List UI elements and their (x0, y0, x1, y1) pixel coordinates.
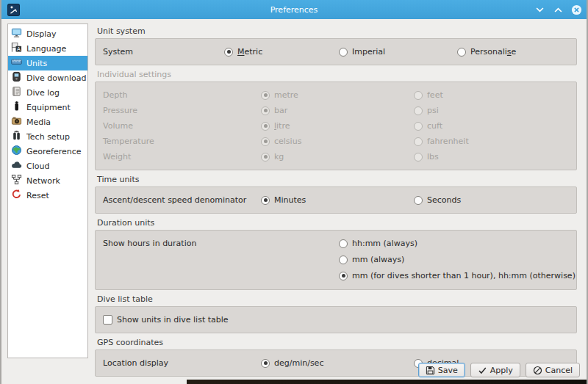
radio-imperial[interactable]: Imperial (339, 44, 385, 59)
radio-personalise[interactable]: Personalise (457, 44, 516, 59)
radio-celsius: celsius (261, 134, 301, 149)
radio-indicator (414, 122, 423, 131)
radio-selected-indicator (261, 91, 270, 100)
radio-indicator[interactable] (339, 239, 348, 248)
section-time-units: Time unitsAscent/descent speed denominat… (95, 175, 577, 214)
radio-mm-always[interactable]: mm (always) (339, 252, 404, 267)
radio-label: mm (for dives shorter than 1 hour), hh:m… (352, 271, 576, 280)
row-label-volume: Volume (103, 118, 133, 134)
radio-metre: metre (261, 87, 298, 103)
radio-indicator[interactable] (339, 256, 348, 264)
svg-text:A: A (17, 46, 21, 52)
radio-label: Imperial (352, 47, 385, 57)
twin-tanks-icon (11, 130, 22, 143)
radio-label: bar (274, 106, 287, 115)
sidebar-item-reset[interactable]: Reset (8, 188, 87, 203)
radio-indicator (414, 153, 423, 162)
section-dive-list-table: Dive list tableShow units in dive list t… (95, 294, 577, 333)
radio-label: psi (427, 106, 439, 115)
sidebar-item-tech-setup[interactable]: Tech setup (8, 129, 87, 144)
groupbox-unit-system: SystemMetricImperialPersonalise (95, 38, 577, 65)
checkbox-box[interactable] (103, 315, 112, 325)
sidebar-item-label: Network (26, 176, 60, 186)
radio-selected-indicator (261, 122, 270, 131)
radio-indicator[interactable] (414, 196, 423, 205)
save-button[interactable]: Save (418, 363, 465, 377)
button-label: Save (438, 366, 458, 375)
radio-indicator[interactable] (339, 48, 348, 57)
radio-minutes[interactable]: Minutes (261, 192, 306, 208)
radio-metric[interactable]: Metric (224, 44, 262, 59)
radio-feet: feet (414, 87, 443, 103)
sidebar-item-label: Display (26, 29, 57, 39)
radio-psi: psi (414, 103, 439, 118)
ruler-icon (11, 57, 22, 70)
checkbox-label: Show units in dive list table (117, 315, 229, 325)
radio-label: mm (always) (352, 255, 404, 264)
radio-selected-indicator (261, 153, 270, 162)
sidebar-item-display[interactable]: Display (8, 26, 87, 41)
radio-selected-indicator[interactable] (224, 48, 233, 57)
apply-button[interactable]: Apply (470, 363, 520, 377)
sidebar-item-cloud[interactable]: Cloud (8, 159, 87, 173)
radio-kg: kg (261, 149, 284, 164)
row-label-location-display: Location display (103, 355, 168, 371)
sidebar-item-label: Tech setup (26, 132, 70, 142)
settings-content: Unit systemSystemMetricImperialPersonali… (95, 25, 577, 381)
sidebar-item-equipment[interactable]: Equipment (8, 100, 87, 115)
radio-deg-min-sec[interactable]: deg/min/sec (261, 355, 323, 371)
close-button[interactable] (571, 4, 582, 15)
reset-icon (11, 189, 22, 202)
radio-selected-indicator[interactable] (339, 272, 348, 280)
groupbox-time-units: Ascent/descent speed denominatorMinutesS… (95, 186, 577, 214)
sidebar-item-label: Reset (26, 191, 49, 200)
sidebar-item-media[interactable]: Media (8, 115, 87, 129)
radio-label: cuft (427, 121, 442, 131)
radio-mm-for-dives-shorter-than-1-hour-hh-mm-otherwise[interactable]: mm (for dives shorter than 1 hour), hh:m… (339, 268, 576, 283)
dive-computer-icon (11, 71, 22, 84)
radio-fahrenheit: fahrenheit (414, 134, 469, 149)
titlebar[interactable]: Preferences (0, 0, 588, 19)
radio-cuft: cuft (414, 118, 442, 134)
dive-log-icon (11, 86, 22, 99)
display-icon (11, 27, 22, 40)
radio-indicator[interactable] (457, 48, 466, 57)
row-label-system: System (103, 44, 133, 59)
camera-icon (11, 115, 22, 128)
sidebar-item-label: Units (26, 59, 47, 68)
radio-lbs: lbs (414, 149, 439, 164)
cloud-icon (11, 159, 22, 173)
sidebar-item-dive-log[interactable]: Dive log (8, 85, 87, 100)
sidebar-item-language[interactable]: ALanguage (8, 41, 87, 56)
sidebar-item-georeference[interactable]: Georeference (8, 144, 87, 159)
sidebar-item-label: Cloud (26, 162, 49, 171)
sidebar-item-units[interactable]: Units (8, 56, 87, 70)
radio-label: Metric (237, 47, 262, 57)
radio-selected-indicator[interactable] (261, 196, 270, 205)
window-title: Preferences (0, 5, 588, 15)
cancel-button[interactable]: Cancel (526, 363, 580, 377)
sidebar-item-label: Georeference (26, 147, 82, 156)
radio-label: celsius (274, 137, 301, 146)
maximize-button[interactable] (553, 4, 564, 15)
section-title-dive-list-table: Dive list table (97, 294, 577, 304)
sidebar-item-label: Dive download (26, 73, 87, 83)
sidebar-item-network[interactable]: Network (8, 173, 87, 188)
floppy-icon (426, 366, 435, 375)
radio-indicator (414, 137, 423, 146)
groupbox-dive-list-table: Show units in dive list table (95, 306, 577, 333)
radio-hh-mm-always[interactable]: hh:mm (always) (339, 236, 417, 251)
groupbox-individual-settings: DepthmetrefeetPressurebarpsiVolumelitrec… (95, 81, 577, 170)
sidebar-item-dive-download[interactable]: Dive download (8, 70, 87, 85)
radio-label: Personalise (470, 47, 516, 57)
window-controls (534, 4, 582, 15)
radio-selected-indicator[interactable] (261, 359, 270, 368)
radio-label: Minutes (274, 195, 306, 205)
preferences-dialog: Preferences DisplayALanguageUnitsDive do… (0, 0, 588, 384)
section-title-time-units: Time units (97, 175, 577, 184)
radio-seconds[interactable]: Seconds (414, 192, 461, 208)
radio-label: litre (274, 121, 290, 131)
minimize-button[interactable] (534, 4, 545, 15)
checkbox-show-units-in-dive-list-table[interactable]: Show units in dive list table (103, 312, 229, 327)
radio-label: feet (427, 90, 443, 100)
